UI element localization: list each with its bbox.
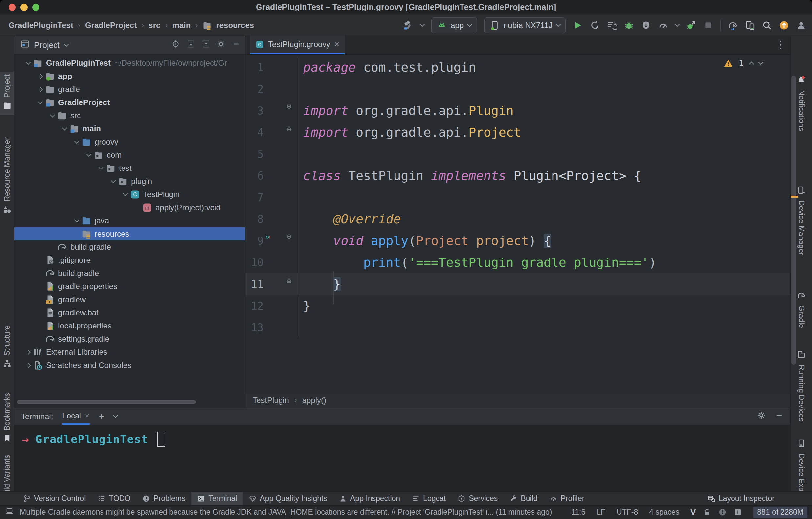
- chevron-down-icon[interactable]: [74, 138, 79, 144]
- tree-row[interactable]: groovy: [14, 135, 245, 148]
- chevron-down-icon[interactable]: [110, 178, 116, 183]
- fold-marker-icon[interactable]: [286, 278, 295, 290]
- breadcrumb-class[interactable]: TestPlugin: [253, 396, 289, 405]
- breadcrumb-method[interactable]: apply(): [302, 396, 326, 405]
- tree-row[interactable]: com: [14, 148, 245, 162]
- tree-row[interactable]: build.gradle: [14, 240, 245, 254]
- tree-row[interactable]: resources: [14, 227, 245, 240]
- locate-file-icon[interactable]: [171, 40, 180, 51]
- code-line-12[interactable]: 12 }: [245, 295, 790, 317]
- tree-row[interactable]: C TestPlugin: [14, 188, 245, 201]
- tool-stripe-project[interactable]: Project: [0, 71, 14, 115]
- chevron-right-icon[interactable]: [25, 349, 31, 355]
- fold-marker-icon[interactable]: [286, 105, 295, 117]
- tree-row[interactable]: settings.gradle: [14, 333, 245, 346]
- close-icon[interactable]: ×: [85, 411, 90, 421]
- horizontal-scrollbar[interactable]: [17, 400, 196, 404]
- run-config-select[interactable]: app: [431, 18, 477, 33]
- update-icon[interactable]: [779, 20, 789, 30]
- chevron-down-icon[interactable]: [122, 191, 128, 196]
- chevron-down-icon[interactable]: [86, 151, 91, 157]
- fold-marker-icon[interactable]: [286, 234, 295, 247]
- tree-row[interactable]: gradle: [14, 83, 245, 96]
- more-options-icon[interactable]: ⋮: [776, 39, 786, 50]
- tool-stripe-resource-manager[interactable]: Resource Manager: [0, 135, 14, 219]
- tree-row[interactable]: build.gradle: [14, 267, 245, 280]
- chevron-down-icon[interactable]: [98, 165, 104, 170]
- debug-button[interactable]: [624, 20, 634, 30]
- fold-marker-icon[interactable]: [286, 126, 295, 139]
- tool-window-button-app-inspection[interactable]: App Inspection: [333, 492, 406, 505]
- settings-gear-icon[interactable]: [757, 411, 766, 422]
- tree-row[interactable]: GradlePluginTest ~/Desktop/myFile/ownpro…: [14, 57, 245, 69]
- gradle-sync-icon[interactable]: [728, 20, 738, 30]
- terminal-output[interactable]: → GradlePluginTest: [14, 425, 790, 447]
- chevron-down-icon[interactable]: [758, 60, 764, 65]
- close-window-button[interactable]: [8, 4, 16, 11]
- code-line-13[interactable]: 13: [245, 317, 790, 338]
- tree-row[interactable]: main: [14, 122, 245, 135]
- tool-stripe-structure[interactable]: Structure: [0, 323, 14, 373]
- breadcrumb-item[interactable]: src: [148, 21, 160, 30]
- chevron-down-icon[interactable]: [675, 22, 680, 27]
- tool-window-button-version-control[interactable]: Version Control: [17, 492, 92, 505]
- tool-window-button-terminal[interactable]: Terminal: [191, 492, 243, 505]
- daemon-status-icon[interactable]: [718, 508, 727, 516]
- tree-row[interactable]: java: [14, 214, 245, 227]
- chevron-down-icon[interactable]: [25, 59, 31, 65]
- code-line-1[interactable]: 1 package com.test.plugin: [245, 57, 790, 78]
- code-line-3[interactable]: 3 import org.gradle.api.Plugin: [245, 100, 790, 121]
- chevron-down-icon[interactable]: [62, 125, 67, 131]
- tree-row[interactable]: gradle.properties: [14, 280, 245, 293]
- profile-app-icon[interactable]: [641, 20, 651, 30]
- breadcrumb-item[interactable]: GradleProject: [85, 21, 137, 30]
- tool-window-button-services[interactable]: Services: [452, 492, 503, 505]
- device-mirror-icon[interactable]: [745, 20, 755, 30]
- tree-row[interactable]: H gradlew: [14, 293, 245, 306]
- breadcrumb-item[interactable]: resources: [216, 21, 254, 30]
- file-encoding[interactable]: UTF-8: [616, 508, 638, 517]
- lock-icon[interactable]: [703, 508, 711, 516]
- hide-panel-icon[interactable]: [232, 40, 240, 51]
- device-select[interactable]: nubia NX711J: [484, 18, 566, 33]
- chevron-down-icon[interactable]: [113, 413, 118, 418]
- tree-row[interactable]: External Libraries: [14, 346, 245, 359]
- chevron-right-icon[interactable]: [25, 363, 31, 368]
- event-log-icon[interactable]: [734, 508, 742, 516]
- selection-mode-icon[interactable]: V: [691, 508, 696, 517]
- tree-row[interactable]: app: [14, 69, 245, 83]
- code-line-2[interactable]: 2: [245, 78, 790, 100]
- overriding-method-icon[interactable]: [266, 234, 282, 247]
- project-panel-title[interactable]: Project: [34, 40, 60, 50]
- attach-debugger-icon[interactable]: [686, 20, 696, 30]
- tool-stripe-notifications[interactable]: Notifications: [791, 73, 812, 134]
- terminal-tab-local[interactable]: Local ×: [62, 408, 89, 425]
- code-line-4[interactable]: 4 import org.gradle.api.Project: [245, 121, 790, 143]
- settings-gear-icon[interactable]: [217, 40, 225, 51]
- inspection-widget[interactable]: 1: [724, 58, 763, 68]
- tool-stripe-device-manager[interactable]: Device Manager: [791, 183, 812, 258]
- minimize-window-button[interactable]: [20, 4, 28, 11]
- memory-indicator[interactable]: 881 of 2280M: [753, 507, 807, 518]
- tree-row[interactable]: GradleProject: [14, 96, 245, 109]
- tree-row[interactable]: plugin: [14, 175, 245, 188]
- tree-row[interactable]: .gitignore: [14, 254, 245, 267]
- chevron-up-icon[interactable]: [749, 62, 754, 67]
- code-line-7[interactable]: 7: [245, 186, 790, 208]
- user-profile-icon[interactable]: [796, 20, 806, 30]
- tree-row[interactable]: Scratches and Consoles: [14, 359, 245, 372]
- tool-window-button-profiler[interactable]: Profiler: [544, 492, 590, 505]
- status-message[interactable]: Multiple Gradle daemons might be spawned…: [20, 508, 552, 517]
- code-line-11[interactable]: 11 }: [245, 273, 790, 295]
- chevron-right-icon[interactable]: [37, 74, 43, 79]
- code-line-6[interactable]: 6 class TestPlugin implements Plugin<Pro…: [245, 165, 790, 186]
- code-line-5[interactable]: 5: [245, 143, 790, 165]
- breadcrumb-item[interactable]: main: [172, 21, 191, 30]
- tab-testplugin-groovy[interactable]: C TestPlugin.groovy ×: [250, 36, 345, 54]
- build-hammer-icon[interactable]: [403, 20, 413, 30]
- tree-row[interactable]: gradlew.bat: [14, 306, 245, 319]
- line-ending[interactable]: LF: [597, 508, 605, 517]
- chevron-down-icon[interactable]: [64, 42, 69, 47]
- search-icon[interactable]: [762, 20, 772, 30]
- caret-position[interactable]: 11:6: [571, 508, 585, 517]
